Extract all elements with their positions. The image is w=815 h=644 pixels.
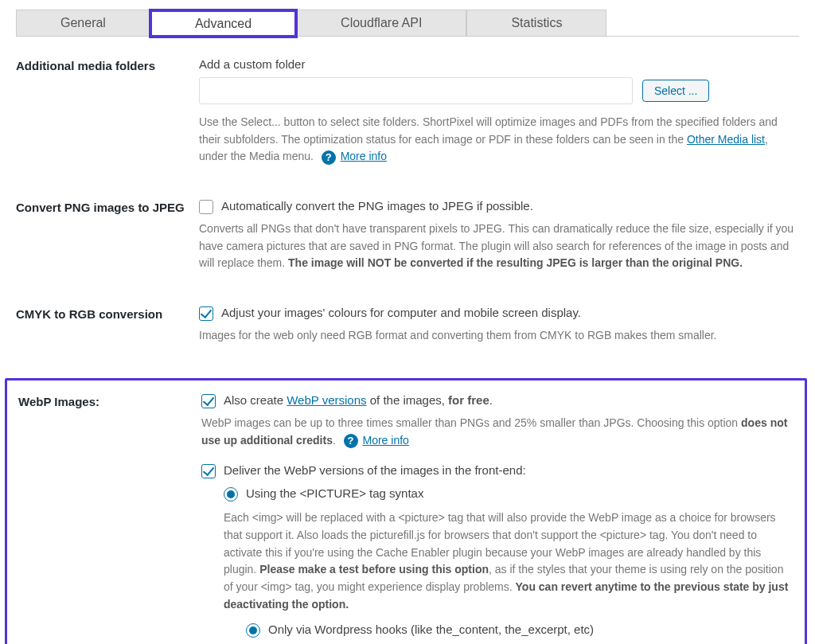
select-folder-button[interactable]: Select ...: [642, 80, 709, 102]
label-png-to-jpeg: Convert PNG images to JPEG: [16, 199, 199, 214]
settings-tabs: General Advanced Cloudflare API Statisti…: [16, 10, 799, 37]
webp-create-description: WebP images can be up to three times sma…: [201, 415, 794, 449]
add-folder-title: Add a custom folder: [199, 57, 799, 71]
checkbox-png-label: Automatically convert the PNG images to …: [221, 199, 533, 213]
tab-cloudflare[interactable]: Cloudflare API: [296, 10, 466, 36]
tab-advanced[interactable]: Advanced: [150, 10, 296, 37]
picture-description: Each <img> will be replaced with a <pict…: [224, 509, 794, 613]
webp-highlight-box: WebP Images: Also create WebP versions o…: [5, 378, 807, 644]
label-additional-folders: Additional media folders: [16, 57, 199, 72]
row-png-to-jpeg: Convert PNG images to JPEG Automatically…: [16, 199, 799, 272]
nested-radios: Only via Wordpress hooks (like the_conte…: [224, 623, 794, 644]
tab-general[interactable]: General: [16, 10, 150, 36]
radio-picture-tag[interactable]: [224, 487, 238, 502]
more-info-link[interactable]: More info: [341, 150, 387, 162]
checkbox-webp-deliver[interactable]: [201, 464, 216, 478]
radio-wp-hooks-label: Only via Wordpress hooks (like the_conte…: [268, 623, 594, 636]
radio-wp-hooks[interactable]: [246, 623, 260, 638]
label-webp: WebP Images:: [18, 393, 201, 408]
help-icon[interactable]: ?: [322, 150, 336, 165]
row-webp: WebP Images: Also create WebP versions o…: [18, 393, 794, 644]
checkbox-png-to-jpeg[interactable]: [199, 200, 213, 214]
checkbox-webp-create-label: Also create WebP versions of the images,…: [224, 393, 493, 407]
cmyk-description: Images for the web only need RGB format …: [199, 327, 799, 345]
custom-folder-input[interactable]: [199, 77, 633, 104]
row-additional-folders: Additional media folders Add a custom fo…: [16, 57, 799, 166]
radio-picture-label: Using the <PICTURE> tag syntax: [246, 486, 423, 500]
checkbox-cmyk-rgb[interactable]: [199, 306, 213, 321]
help-icon[interactable]: ?: [344, 434, 358, 448]
tab-statistics[interactable]: Statistics: [466, 10, 606, 36]
webp-versions-link[interactable]: WebP versions: [287, 393, 366, 407]
webp-more-info-link[interactable]: More info: [362, 434, 408, 447]
checkbox-webp-deliver-label: Deliver the WebP versions of the images …: [224, 463, 526, 477]
other-media-link[interactable]: Other Media list: [687, 133, 765, 146]
checkbox-cmyk-label: Adjust your images' colours for computer…: [221, 306, 581, 319]
folders-description: Use the Select... button to select site …: [199, 114, 799, 166]
label-cmyk-rgb: CMYK to RGB conversion: [16, 306, 199, 321]
png-description: Converts all PNGs that don't have transp…: [199, 221, 799, 272]
checkbox-webp-create[interactable]: [201, 394, 216, 408]
row-cmyk-rgb: CMYK to RGB conversion Adjust your image…: [16, 306, 799, 345]
